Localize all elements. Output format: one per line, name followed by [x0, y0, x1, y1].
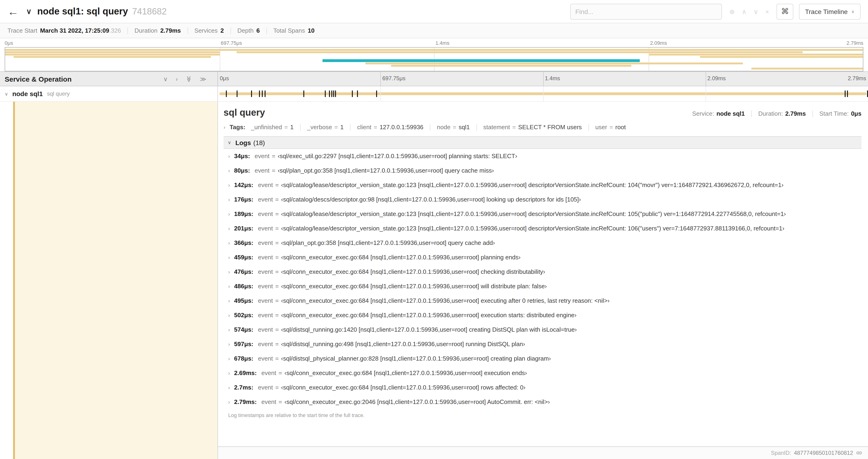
log-event-tick[interactable] — [259, 91, 260, 97]
tag-item[interactable]: _verbose=1 — [307, 124, 344, 131]
header-actions: ⊕ ∧ ∨ × ⌘ Trace Timeline ∨ — [570, 3, 861, 19]
tag-equals: = — [374, 124, 377, 131]
span-row-timeline[interactable] — [217, 86, 868, 101]
log-row[interactable]: ›502μs:event=‹sql/conn_executor_exec.go:… — [223, 308, 862, 322]
link-icon[interactable] — [856, 450, 862, 456]
expand-all-icon[interactable]: ≫ — [200, 75, 206, 82]
keyboard-shortcuts-button[interactable]: ⌘ — [777, 3, 793, 19]
tag-item[interactable]: _unfinished=1 — [251, 124, 293, 131]
log-row[interactable]: ›597μs:event=‹sql/distsql_running.go:498… — [223, 337, 862, 351]
view-selector-button[interactable]: Trace Timeline ∨ — [799, 3, 861, 19]
tag-equals: = — [513, 124, 516, 131]
minimap-span — [5, 49, 863, 51]
log-event-tick[interactable] — [847, 91, 848, 97]
stat-label: Duration — [135, 27, 157, 34]
log-event-tick[interactable] — [325, 91, 326, 97]
log-event-tick[interactable] — [867, 91, 868, 97]
log-row[interactable]: ›678μs:event=‹sql/distsql_physical_plann… — [223, 351, 862, 366]
span-row[interactable]: ∨ node sql1 sql query — [0, 86, 868, 102]
log-row[interactable]: ›459μs:event=‹sql/conn_executor_exec.go:… — [223, 250, 862, 264]
log-event-tick[interactable] — [331, 91, 332, 97]
back-button[interactable]: ← — [7, 6, 19, 17]
log-row[interactable]: ›189μs:event=‹sql/catalog/lease/descript… — [223, 207, 862, 221]
collapse-all-icon[interactable]: ≫ — [185, 75, 192, 82]
logs-header[interactable]: ∨ Logs (18) — [223, 136, 862, 149]
overview-value: node sql1 — [716, 110, 745, 117]
trace-title-text: node sql1: sql query — [37, 6, 128, 17]
tag-item[interactable]: statement=SELECT * FROM users — [483, 124, 582, 131]
stat-item: Depth6 — [237, 27, 260, 34]
trace-collapse-chevron-icon[interactable]: ∨ — [26, 7, 31, 16]
log-event-tick[interactable] — [251, 91, 252, 97]
log-value: ‹sql/conn_executor_exec.go:684 [nsql1,cl… — [281, 312, 577, 319]
minimap-span — [5, 51, 220, 53]
log-value: ‹sql/distsql_running.go:1420 [nsql1,clie… — [281, 326, 577, 333]
prev-result-icon[interactable]: ∧ — [742, 8, 747, 15]
log-value: ‹sql/distsql_running.go:498 [nsql1,clien… — [281, 340, 525, 348]
next-result-icon[interactable]: ∨ — [753, 8, 758, 15]
log-timestamp: 34μs: — [234, 153, 250, 160]
find-input[interactable] — [570, 3, 722, 19]
log-timestamp: 597μs: — [234, 340, 253, 348]
stat-value: 6 — [256, 27, 260, 34]
expand-one-icon[interactable]: › — [176, 75, 178, 82]
log-timestamp: 678μs: — [234, 355, 253, 362]
log-key: event — [258, 312, 273, 319]
log-row[interactable]: ›2.79ms:event=‹sql/conn_executor_exec.go… — [223, 395, 862, 409]
log-event-tick[interactable] — [333, 91, 334, 97]
stats-divider — [187, 27, 188, 34]
log-row[interactable]: ›2.69ms:event=‹sql/conn_executor_exec.go… — [223, 366, 862, 380]
log-row[interactable]: ›574μs:event=‹sql/distsql_running.go:142… — [223, 322, 862, 337]
log-event-tick[interactable] — [262, 91, 263, 97]
log-event-tick[interactable] — [303, 91, 304, 97]
log-event-tick[interactable] — [226, 91, 227, 97]
log-value: ‹sql/exec_util.go:2297 [nsql1,client=127… — [278, 153, 517, 160]
minimap-span — [14, 56, 211, 58]
log-event-tick[interactable] — [329, 91, 330, 97]
span-color-accent — [13, 102, 15, 459]
stats-divider — [128, 27, 128, 34]
clear-search-icon[interactable]: × — [765, 8, 769, 15]
log-value: ‹sql/conn_executor_exec.go:684 [nsql1,cl… — [281, 268, 545, 275]
log-event-tick[interactable] — [335, 91, 336, 97]
log-row[interactable]: ›486μs:event=‹sql/conn_executor_exec.go:… — [223, 279, 862, 293]
log-row[interactable]: ›495μs:event=‹sql/conn_executor_exec.go:… — [223, 293, 862, 308]
tag-value: SELECT * FROM users — [518, 124, 582, 131]
log-row[interactable]: ›34μs:event=‹sql/exec_util.go:2297 [nsql… — [223, 149, 862, 163]
chevron-right-icon: › — [228, 399, 230, 405]
minimap-canvas[interactable] — [5, 47, 863, 71]
locate-span-icon[interactable]: ⊕ — [729, 8, 735, 15]
trace-minimap: 0μs697.75μs1.4ms2.09ms2.79ms — [0, 38, 868, 72]
log-event-tick[interactable] — [357, 91, 358, 97]
tag-item[interactable]: node=sql1 — [437, 124, 470, 131]
log-row[interactable]: ›366μs:event=‹sql/plan_opt.go:358 [nsql1… — [223, 236, 862, 250]
log-row[interactable]: ›2.7ms:event=‹sql/conn_executor_exec.go:… — [223, 380, 862, 395]
log-event-tick[interactable] — [237, 91, 238, 97]
log-row[interactable]: ›476μs:event=‹sql/conn_executor_exec.go:… — [223, 264, 862, 279]
tag-divider — [430, 124, 431, 130]
span-row-name-cell[interactable]: ∨ node sql1 sql query — [0, 86, 217, 101]
log-event-tick[interactable] — [265, 91, 266, 97]
collapse-one-icon[interactable]: ∨ — [163, 75, 168, 82]
span-collapse-caret-icon[interactable]: ∨ — [5, 91, 8, 96]
log-value: ‹sql/catalog/lease/descriptor_version_st… — [281, 182, 783, 189]
tag-divider — [476, 124, 477, 130]
log-row[interactable]: ›80μs:event=‹sql/plan_opt.go:358 [nsql1,… — [223, 163, 862, 178]
log-equals: = — [275, 225, 279, 232]
log-event-tick[interactable] — [376, 91, 377, 97]
ruler-tick-label: 0μs — [220, 75, 229, 81]
log-timestamp: 176μs: — [234, 196, 253, 203]
log-timestamp: 2.7ms: — [234, 384, 253, 391]
tags-row[interactable]: › Tags: _unfinished=1_verbose=1client=12… — [223, 124, 862, 131]
tag-item[interactable]: user=root — [595, 124, 626, 131]
log-timestamp: 502μs: — [234, 312, 253, 319]
timeline-ruler: 0μs697.75μs1.4ms2.09ms2.79ms — [217, 72, 868, 86]
log-row[interactable]: ›201μs:event=‹sql/catalog/lease/descript… — [223, 221, 862, 236]
log-event-tick[interactable] — [845, 91, 846, 97]
log-row[interactable]: ›142μs:event=‹sql/catalog/lease/descript… — [223, 178, 862, 192]
log-event-tick[interactable] — [352, 91, 352, 97]
log-row[interactable]: ›176μs:event=‹sql/catalog/descs/descript… — [223, 192, 862, 207]
overview-label: Service: — [692, 110, 714, 117]
tag-item[interactable]: client=127.0.0.1:59936 — [357, 124, 424, 131]
tag-key: _unfinished — [251, 124, 282, 131]
